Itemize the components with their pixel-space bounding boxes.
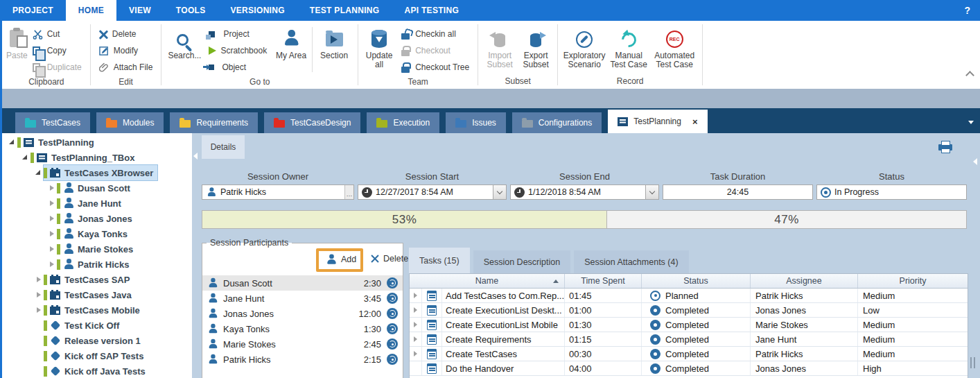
tab-session-description[interactable]: Session Description <box>473 250 570 273</box>
column-header-priority[interactable]: Priority <box>858 274 968 288</box>
cut-button[interactable]: Cut <box>28 26 87 42</box>
row-expander-icon[interactable] <box>410 289 422 302</box>
my-area-button[interactable]: My Area <box>272 24 310 60</box>
table-row[interactable]: Create Requirements 01:15 Completed Jane… <box>410 332 968 347</box>
checkout-tree-button[interactable]: Checkout Tree <box>396 59 474 76</box>
expander-icon[interactable] <box>47 180 57 196</box>
table-row[interactable]: Create ExecutionList Deskt... 01:00 Comp… <box>410 303 968 318</box>
tree-item-patrik-hicks[interactable]: Patrik Hicks <box>2 257 192 272</box>
scrollbar-grip[interactable] <box>970 357 975 368</box>
menu-api-testing[interactable]: API TESTING <box>392 0 471 21</box>
modify-button[interactable]: Modify <box>94 42 158 59</box>
menu-test-planning[interactable]: TEST PLANNING <box>297 0 392 21</box>
automated-test-case-button[interactable]: REC Automated Test Case <box>650 24 699 69</box>
participant-row[interactable]: Jane Hunt3:45 <box>202 291 403 306</box>
tree-item-testcases-java[interactable]: TestCases Java <box>2 287 192 302</box>
dropdown-button[interactable] <box>493 185 506 199</box>
attach-file-button[interactable]: Attach File <box>94 59 158 76</box>
participant-row[interactable]: Kaya Tonks1:30 <box>202 321 403 336</box>
tree-item-dusan-scott[interactable]: Dusan Scott <box>2 180 192 196</box>
update-all-button[interactable]: Update all <box>362 24 396 69</box>
table-row[interactable]: Do the Handover 04:00 Completed Jonas Jo… <box>410 361 968 376</box>
tab-testplanning[interactable]: TestPlanning × <box>608 110 707 133</box>
section-button[interactable]: Section <box>314 24 354 60</box>
column-header-time-spent[interactable]: Time Spent <box>565 274 642 288</box>
row-expander-icon[interactable] <box>410 318 422 332</box>
tree-item-testplanning[interactable]: TestPlanning <box>2 135 192 150</box>
checkin-all-button[interactable]: Checkin all <box>396 26 474 42</box>
expander-icon[interactable] <box>47 241 57 257</box>
tree-item-testcases-mobile[interactable]: TestCases Mobile <box>2 302 192 318</box>
copy-button[interactable]: Copy <box>28 42 87 59</box>
splitter-collapse-icon[interactable] <box>193 153 198 160</box>
participant-row[interactable]: Marie Stokes2:45 <box>202 336 403 352</box>
delete-button[interactable]: Delete <box>94 26 158 42</box>
column-header-status[interactable]: Status <box>642 274 751 288</box>
stopwatch-icon[interactable] <box>387 293 398 304</box>
table-row[interactable]: Create ExecutionList Mobile 01:30 Comple… <box>410 318 968 332</box>
tab-execution[interactable]: Execution <box>367 112 439 133</box>
tree-item-release-version-1[interactable]: Release version 1 <box>2 333 192 348</box>
participant-row[interactable]: Patrik Hicks2:15 <box>202 352 403 367</box>
expander-icon[interactable] <box>47 196 57 211</box>
menu-view[interactable]: VIEW <box>116 0 164 21</box>
participant-row[interactable]: Dusan Scott2:30 <box>202 275 403 291</box>
search-button[interactable]: Search... <box>165 24 204 60</box>
column-header-name[interactable]: Name <box>410 274 565 288</box>
tree-item-kick-off-sap-tests[interactable]: Kick off SAP Tests <box>2 348 192 363</box>
stopwatch-icon[interactable] <box>387 277 398 289</box>
tab-configurations[interactable]: Configurations <box>512 112 602 133</box>
session-end-field[interactable]: 1/12/2018 8:54 AM <box>510 184 659 200</box>
table-row[interactable]: Add TestCases to Com.Rep... 01:45 Planne… <box>410 289 968 303</box>
status-field[interactable]: In Progress <box>816 184 967 200</box>
table-row[interactable]: Create TestCases 00:30 Completed Patrik … <box>410 347 968 361</box>
tab-testcasedesign[interactable]: TestCaseDesign <box>264 112 360 133</box>
expander-icon[interactable] <box>8 135 17 150</box>
goto-scratchbook-button[interactable]: Scratchbook <box>204 42 272 59</box>
menu-versioning[interactable]: VERSIONING <box>218 0 297 21</box>
expander-icon[interactable] <box>47 257 57 272</box>
expander-icon[interactable] <box>34 272 44 287</box>
ribbon-collapse-icon[interactable] <box>967 71 973 77</box>
tree-item-testplanning-tbox[interactable]: TestPlanning_TBox <box>2 150 192 165</box>
menu-project[interactable]: PROJECT <box>0 0 66 21</box>
task-duration-field[interactable]: 24:45 <box>663 184 813 200</box>
stopwatch-icon[interactable] <box>387 338 398 350</box>
expander-icon[interactable] <box>34 287 44 302</box>
export-subset-button[interactable]: Export Subset <box>518 24 554 69</box>
row-expander-icon[interactable] <box>410 332 422 346</box>
column-header-assignee[interactable]: Assignee <box>751 274 858 288</box>
participant-row[interactable]: Jonas Jones12:00 <box>202 306 403 321</box>
tree-item-kaya-tonks[interactable]: Kaya Tonks <box>2 226 192 241</box>
session-owner-field[interactable]: Patrik Hicks … <box>202 184 354 200</box>
row-expander-icon[interactable] <box>410 347 422 361</box>
tree-item-testcases-sap[interactable]: TestCases SAP <box>2 272 192 287</box>
tab-testcases[interactable]: TestCases <box>15 112 90 133</box>
tab-details[interactable]: Details <box>202 135 245 159</box>
exploratory-scenario-button[interactable]: Exploratory Scenario <box>561 24 607 69</box>
help-icon[interactable]: ? <box>954 0 980 21</box>
row-expander-icon[interactable] <box>410 303 422 317</box>
tab-session-attachments[interactable]: Session Attachments (4) <box>574 250 688 273</box>
tree-item-kick-off-java-tests[interactable]: Kick off Java Tests <box>2 363 192 378</box>
delete-participant-button[interactable]: Delete <box>371 254 408 264</box>
tree-item-test-kick-off[interactable]: Test Kick Off <box>2 318 192 333</box>
tree-item-jonas-jones[interactable]: Jonas Jones <box>2 211 192 226</box>
tree-item-marie-stokes[interactable]: Marie Stokes <box>2 241 192 257</box>
tab-tasks[interactable]: Tasks (15) <box>409 248 470 273</box>
tree-item-testcases-xbrowser[interactable]: TestCases XBrowser <box>2 165 192 180</box>
expander-icon[interactable] <box>34 302 44 318</box>
expander-icon[interactable] <box>34 165 44 180</box>
tree-item-jane-hunt[interactable]: Jane Hunt <box>2 196 192 211</box>
close-tab-icon[interactable]: × <box>692 117 698 127</box>
stopwatch-icon[interactable] <box>387 308 398 319</box>
goto-project-button[interactable]: Project <box>204 26 272 42</box>
print-icon[interactable] <box>938 144 952 151</box>
tab-requirements[interactable]: Requirements <box>170 112 258 133</box>
tab-modules[interactable]: Modules <box>96 112 164 133</box>
session-start-field[interactable]: 12/27/2017 8:54 AM <box>358 184 507 200</box>
stopwatch-icon[interactable] <box>387 354 398 365</box>
goto-object-button[interactable]: Object <box>204 59 272 76</box>
dropdown-button[interactable] <box>645 185 658 199</box>
expander-icon[interactable] <box>21 150 30 165</box>
